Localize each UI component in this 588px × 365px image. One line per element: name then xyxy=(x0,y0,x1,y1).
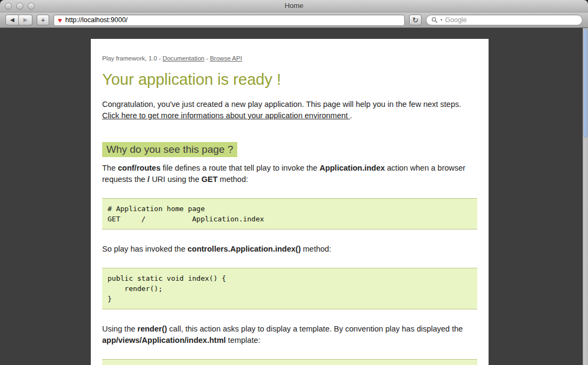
page-viewport: Play framework, 1.0 - Documentation - Br… xyxy=(0,28,588,365)
application-index-term: Application.index xyxy=(319,164,385,172)
window-title: Home xyxy=(0,2,588,10)
new-tab-button[interactable]: + xyxy=(37,15,49,25)
browse-api-link[interactable]: Browse API xyxy=(210,55,242,62)
text-segment: file defines a route that tell play to i… xyxy=(161,164,319,172)
text-segment: The xyxy=(102,164,118,172)
reload-button[interactable]: ↻ xyxy=(409,15,422,25)
text-segment: template: xyxy=(226,336,260,344)
separator: - xyxy=(157,55,163,62)
page-title: Your application is ready ! xyxy=(102,71,477,89)
text-segment: method: xyxy=(218,175,248,184)
template-path-term: app/views/Application/index.html xyxy=(102,336,226,344)
history-nav-group: ◀ ▶ xyxy=(5,15,32,25)
plus-icon: + xyxy=(41,16,45,24)
search-icon xyxy=(431,17,438,23)
template-code-block: #{extends 'main.html' /} #{set title:'Ho… xyxy=(102,359,477,365)
separator: - xyxy=(204,55,210,62)
favicon-heart-icon: ♥ xyxy=(58,17,62,24)
controller-code-block: public static void index() { render(); } xyxy=(102,268,477,309)
controller-method-term: controllers.Application.index() xyxy=(188,245,300,253)
window-titlebar: Home xyxy=(0,0,588,12)
intro-period: . xyxy=(350,111,352,120)
vertical-scrollbar[interactable] xyxy=(583,28,588,365)
address-bar[interactable]: ♥ http://localhost:9000/ xyxy=(54,15,405,26)
back-icon: ◀ xyxy=(10,17,15,23)
google-search-field[interactable]: ▾ Google xyxy=(426,15,583,25)
routes-paragraph: The conf/routes file defines a route tha… xyxy=(102,163,477,185)
text-segment: call, this action asks play to display a… xyxy=(167,325,463,333)
get-method-term: GET xyxy=(202,175,218,184)
back-button[interactable]: ◀ xyxy=(5,15,19,25)
framework-header-line: Play framework, 1.0 - Documentation - Br… xyxy=(102,55,477,62)
controller-paragraph: So play has invoked the controllers.Appl… xyxy=(102,244,477,255)
framework-version-text: Play framework, 1.0 xyxy=(102,55,157,62)
environment-info-link[interactable]: Click here to get more informations abou… xyxy=(102,111,350,120)
section-title: Why do you see this page ? xyxy=(102,142,237,157)
browser-toolbar: ◀ ▶ + ♥ http://localhost:9000/ ↻ ▾ Googl… xyxy=(0,12,588,28)
intro-text: Congratulation, you've just created a ne… xyxy=(102,100,461,109)
intro-paragraph: Congratulation, you've just created a ne… xyxy=(102,99,477,121)
forward-icon: ▶ xyxy=(23,17,28,23)
search-placeholder: Google xyxy=(445,16,467,24)
text-segment: method: xyxy=(300,245,331,253)
search-engine-chevron-icon[interactable]: ▾ xyxy=(440,18,443,22)
reload-icon: ↻ xyxy=(412,16,419,24)
url-text[interactable]: http://localhost:9000/ xyxy=(65,16,128,24)
text-segment: Using the xyxy=(102,325,137,333)
template-paragraph: Using the render() call, this action ask… xyxy=(102,323,477,346)
routes-code-block: # Application home page GET / Applicatio… xyxy=(102,198,477,229)
browser-window: Home ◀ ▶ + ♥ http://localhost:9000/ ↻ ▾ … xyxy=(0,0,588,365)
render-call-term: render() xyxy=(137,325,167,333)
scrollbar-thumb[interactable] xyxy=(584,29,587,138)
documentation-link[interactable]: Documentation xyxy=(163,55,204,62)
play-welcome-page: Play framework, 1.0 - Documentation - Br… xyxy=(91,39,489,365)
forward-button[interactable]: ▶ xyxy=(19,15,32,25)
text-segment: So play has invoked the xyxy=(102,245,188,253)
text-segment: URI using the xyxy=(150,175,202,184)
conf-routes-term: conf/routes xyxy=(118,164,161,172)
